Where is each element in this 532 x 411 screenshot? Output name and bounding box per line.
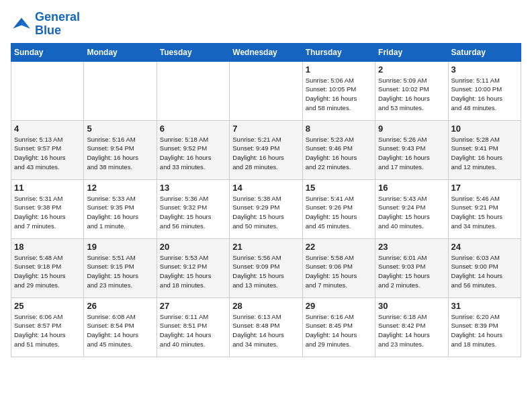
day-number: 9 (378, 124, 445, 134)
calendar-cell: 5Sunrise: 5:16 AM Sunset: 9:54 PM Daylig… (84, 120, 157, 179)
day-number: 1 (306, 64, 372, 75)
day-info: Sunrise: 6:18 AM Sunset: 8:42 PM Dayligh… (378, 312, 445, 349)
calendar-cell: 2Sunrise: 5:09 AM Sunset: 10:02 PM Dayli… (375, 61, 448, 120)
day-info: Sunrise: 5:53 AM Sunset: 9:12 PM Dayligh… (160, 253, 226, 290)
day-number: 7 (232, 124, 299, 134)
calendar-cell: 14Sunrise: 5:38 AM Sunset: 9:29 PM Dayli… (230, 179, 302, 238)
day-number: 17 (451, 183, 518, 193)
day-info: Sunrise: 6:03 AM Sunset: 9:00 PM Dayligh… (451, 253, 518, 290)
calendar-cell: 15Sunrise: 5:41 AM Sunset: 9:26 PM Dayli… (302, 179, 375, 238)
day-number: 26 (87, 301, 153, 311)
day-info: Sunrise: 5:36 AM Sunset: 9:32 PM Dayligh… (160, 194, 226, 231)
calendar-cell: 25Sunrise: 6:06 AM Sunset: 8:57 PM Dayli… (11, 298, 84, 357)
calendar-week-row: 4Sunrise: 5:13 AM Sunset: 9:57 PM Daylig… (11, 120, 521, 179)
day-info: Sunrise: 5:46 AM Sunset: 9:21 PM Dayligh… (451, 194, 518, 231)
calendar-cell (230, 61, 302, 120)
day-info: Sunrise: 5:56 AM Sunset: 9:09 PM Dayligh… (232, 253, 299, 290)
calendar-cell: 30Sunrise: 6:18 AM Sunset: 8:42 PM Dayli… (375, 298, 448, 357)
day-info: Sunrise: 5:23 AM Sunset: 9:46 PM Dayligh… (306, 135, 372, 172)
day-info: Sunrise: 5:09 AM Sunset: 10:02 PM Daylig… (378, 76, 445, 113)
calendar-cell: 7Sunrise: 5:21 AM Sunset: 9:49 PM Daylig… (230, 120, 302, 179)
day-number: 2 (378, 64, 445, 75)
day-number: 25 (14, 301, 81, 311)
page-header: General Blue (11, 11, 521, 38)
day-info: Sunrise: 5:43 AM Sunset: 9:24 PM Dayligh… (378, 194, 445, 231)
calendar-cell: 26Sunrise: 6:08 AM Sunset: 8:54 PM Dayli… (84, 298, 157, 357)
day-info: Sunrise: 5:38 AM Sunset: 9:29 PM Dayligh… (232, 194, 299, 231)
calendar-cell: 1Sunrise: 5:06 AM Sunset: 10:05 PM Dayli… (302, 61, 375, 120)
day-info: Sunrise: 5:16 AM Sunset: 9:54 PM Dayligh… (87, 135, 153, 172)
logo: General Blue (11, 11, 80, 38)
day-info: Sunrise: 6:20 AM Sunset: 8:39 PM Dayligh… (451, 312, 518, 349)
day-number: 15 (306, 183, 372, 193)
weekday-header-thursday: Thursday (302, 43, 375, 61)
logo-text: General Blue (35, 11, 80, 38)
calendar-cell: 24Sunrise: 6:03 AM Sunset: 9:00 PM Dayli… (448, 238, 521, 298)
calendar-cell (84, 61, 157, 120)
calendar-cell: 28Sunrise: 6:13 AM Sunset: 8:48 PM Dayli… (230, 298, 302, 357)
calendar-cell: 13Sunrise: 5:36 AM Sunset: 9:32 PM Dayli… (157, 179, 229, 238)
calendar-cell: 11Sunrise: 5:31 AM Sunset: 9:38 PM Dayli… (11, 179, 84, 238)
day-number: 13 (160, 183, 226, 193)
day-number: 8 (306, 124, 372, 134)
day-info: Sunrise: 6:13 AM Sunset: 8:48 PM Dayligh… (232, 312, 299, 349)
calendar-cell: 6Sunrise: 5:18 AM Sunset: 9:52 PM Daylig… (157, 120, 229, 179)
calendar-cell: 21Sunrise: 5:56 AM Sunset: 9:09 PM Dayli… (230, 238, 302, 298)
day-info: Sunrise: 5:13 AM Sunset: 9:57 PM Dayligh… (14, 135, 81, 172)
calendar-week-row: 11Sunrise: 5:31 AM Sunset: 9:38 PM Dayli… (11, 179, 521, 238)
calendar-cell: 27Sunrise: 6:11 AM Sunset: 8:51 PM Dayli… (157, 298, 229, 357)
day-number: 23 (378, 242, 445, 252)
calendar-table: SundayMondayTuesdayWednesdayThursdayFrid… (11, 43, 521, 357)
calendar-week-row: 18Sunrise: 5:48 AM Sunset: 9:18 PM Dayli… (11, 238, 521, 298)
calendar-cell: 12Sunrise: 5:33 AM Sunset: 9:35 PM Dayli… (84, 179, 157, 238)
day-number: 16 (378, 183, 445, 193)
calendar-cell: 4Sunrise: 5:13 AM Sunset: 9:57 PM Daylig… (11, 120, 84, 179)
calendar-cell: 9Sunrise: 5:26 AM Sunset: 9:43 PM Daylig… (375, 120, 448, 179)
day-info: Sunrise: 5:33 AM Sunset: 9:35 PM Dayligh… (87, 194, 153, 231)
weekday-header-friday: Friday (375, 43, 448, 61)
day-number: 5 (87, 124, 153, 134)
day-info: Sunrise: 5:11 AM Sunset: 10:00 PM Daylig… (451, 76, 518, 113)
calendar-cell: 8Sunrise: 5:23 AM Sunset: 9:46 PM Daylig… (302, 120, 375, 179)
day-info: Sunrise: 5:21 AM Sunset: 9:49 PM Dayligh… (232, 135, 299, 172)
calendar-week-row: 25Sunrise: 6:06 AM Sunset: 8:57 PM Dayli… (11, 298, 521, 357)
calendar-cell: 16Sunrise: 5:43 AM Sunset: 9:24 PM Dayli… (375, 179, 448, 238)
logo-bird-icon (11, 13, 32, 35)
day-number: 21 (232, 242, 299, 252)
day-info: Sunrise: 5:51 AM Sunset: 9:15 PM Dayligh… (87, 253, 153, 290)
weekday-header-tuesday: Tuesday (157, 43, 229, 61)
day-number: 28 (232, 301, 299, 311)
day-info: Sunrise: 5:06 AM Sunset: 10:05 PM Daylig… (306, 76, 372, 113)
day-info: Sunrise: 5:41 AM Sunset: 9:26 PM Dayligh… (306, 194, 372, 231)
day-number: 24 (451, 242, 518, 252)
day-number: 18 (14, 242, 81, 252)
weekday-header-sunday: Sunday (11, 43, 84, 61)
day-number: 22 (306, 242, 372, 252)
day-number: 29 (306, 301, 372, 311)
day-number: 6 (160, 124, 226, 134)
day-info: Sunrise: 5:31 AM Sunset: 9:38 PM Dayligh… (14, 194, 81, 231)
day-number: 30 (378, 301, 445, 311)
calendar-week-row: 1Sunrise: 5:06 AM Sunset: 10:05 PM Dayli… (11, 61, 521, 120)
day-number: 14 (232, 183, 299, 193)
calendar-cell (11, 61, 84, 120)
calendar-cell: 18Sunrise: 5:48 AM Sunset: 9:18 PM Dayli… (11, 238, 84, 298)
day-info: Sunrise: 5:58 AM Sunset: 9:06 PM Dayligh… (306, 253, 372, 290)
day-number: 12 (87, 183, 153, 193)
day-info: Sunrise: 5:48 AM Sunset: 9:18 PM Dayligh… (14, 253, 81, 290)
weekday-header-monday: Monday (84, 43, 157, 61)
day-number: 11 (14, 183, 81, 193)
calendar-cell: 29Sunrise: 6:16 AM Sunset: 8:45 PM Dayli… (302, 298, 375, 357)
day-info: Sunrise: 6:08 AM Sunset: 8:54 PM Dayligh… (87, 312, 153, 349)
day-number: 31 (451, 301, 518, 311)
calendar-cell: 20Sunrise: 5:53 AM Sunset: 9:12 PM Dayli… (157, 238, 229, 298)
day-info: Sunrise: 5:28 AM Sunset: 9:41 PM Dayligh… (451, 135, 518, 172)
weekday-header-row: SundayMondayTuesdayWednesdayThursdayFrid… (11, 43, 521, 61)
weekday-header-saturday: Saturday (448, 43, 521, 61)
calendar-cell: 31Sunrise: 6:20 AM Sunset: 8:39 PM Dayli… (448, 298, 521, 357)
weekday-header-wednesday: Wednesday (230, 43, 302, 61)
day-number: 4 (14, 124, 81, 134)
day-info: Sunrise: 6:16 AM Sunset: 8:45 PM Dayligh… (306, 312, 372, 349)
day-number: 27 (160, 301, 226, 311)
day-number: 20 (160, 242, 226, 252)
